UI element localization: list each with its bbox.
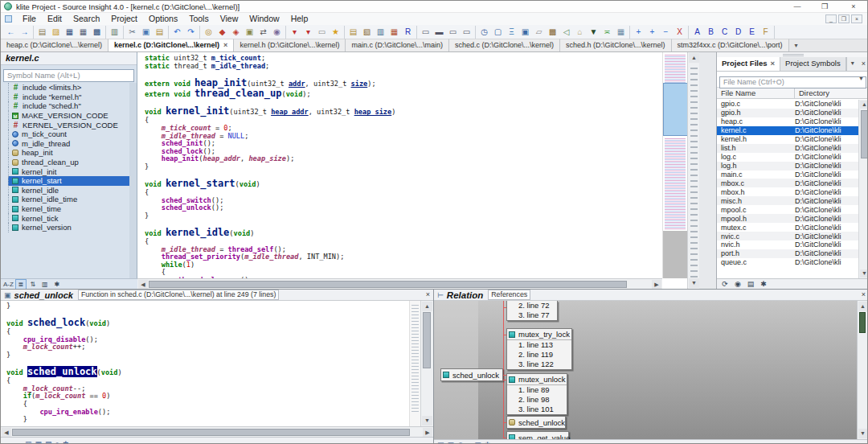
file-row[interactable]: log.cD:\GitClone\kli [717,153,859,162]
symbol-list-scrollbar[interactable] [129,83,137,278]
select-frame-icon[interactable]: ▢ [491,26,505,38]
menu-item-window[interactable]: Window [244,13,285,25]
refresh-icon[interactable]: ▣ [437,441,444,444]
file-row[interactable]: list.hD:\GitClone\kli [717,144,859,153]
menu-item-tools[interactable]: Tools [183,13,215,25]
menu-item-project[interactable]: Project [105,13,143,25]
style-c-icon[interactable]: C [718,26,731,38]
symbol-item[interactable]: kernel_tick [8,213,129,223]
copy-icon[interactable]: ▣ [139,26,153,38]
symbol-search-input[interactable] [3,69,134,82]
editor-tab-kernel.h[interactable]: kernel.h (D:\GitClone\...\kernel) [234,39,346,51]
menu-item-search[interactable]: Search [68,13,105,25]
menu-item-edit[interactable]: Edit [42,13,68,25]
scroll-down-arrow[interactable]: ▼ [858,429,867,438]
code-editor[interactable]: static uint32_t m_tick_count;static thre… [137,52,662,278]
panel-splitter[interactable] [699,52,716,289]
indent-less-icon[interactable]: − [659,26,673,38]
bookmark-set-icon[interactable]: ▾ [288,26,301,38]
file-row[interactable]: kernel.cD:\GitClone\kli [717,126,859,135]
lock-icon[interactable]: ▩ [448,441,455,444]
scroll-up-arrow[interactable]: ▲ [689,53,699,63]
relation-node[interactable]: mutex_try_lock1. line 1132. line 1193. l… [506,328,572,370]
scroll-down-arrow[interactable]: ▼ [860,269,868,278]
symbols-icon[interactable]: ▩ [45,440,52,444]
reference-book-icon[interactable]: ▥ [40,280,50,289]
file-row[interactable]: gpio.hD:\GitClone\kli [717,109,859,117]
close-icon[interactable]: × [858,57,868,71]
close-button[interactable]: × [840,1,867,13]
symbol-item[interactable]: thread_clean_up [8,158,129,167]
open-file-icon[interactable]: ▨ [49,26,63,38]
book-icon[interactable]: ▦ [35,440,43,444]
relation-line-ref[interactable]: 1. line 89 [507,385,567,395]
editor-tab-stm32f4xx.c[interactable]: stm32f4xx.c (D:\GitClone\...\port) [672,39,789,51]
symbol-item[interactable]: m_tick_count [8,130,129,139]
relation-line-ref[interactable]: 3. line 101 [507,405,567,414]
editor-tab-sched.c[interactable]: sched.c (D:\GitClone\...\kernel) [449,39,560,51]
favorites-icon[interactable]: ★ [329,26,342,38]
scroll-up-arrow[interactable]: ▲ [860,101,868,109]
preview-vertical-scrollbar[interactable]: ▲ ▼ [420,301,433,426]
file-row[interactable]: port.hD:\GitClone\kli [717,249,859,258]
mdi-minimize-button[interactable]: _ [825,14,837,23]
file-row[interactable]: kernel.hD:\GitClone\kli [717,135,859,144]
symbol-item[interactable]: kernel_start [8,176,129,186]
style-d-icon[interactable]: D [731,26,745,38]
file-row[interactable]: gpio.cD:\GitClone\kli [717,100,859,109]
file-row[interactable]: mbox.hD:\GitClone\kli [717,187,859,196]
search-files-icon[interactable]: ▣ [243,26,256,38]
symbol-item[interactable]: MMAKE_VERSION_CODE [8,111,129,121]
back-icon[interactable]: ← [4,440,11,444]
style-f-icon[interactable]: F [759,26,772,38]
browse-project-icon[interactable]: ◉ [733,280,743,289]
relation-mode-badge[interactable]: References [488,290,530,300]
replace-icon[interactable]: ⇄ [256,26,270,38]
undo-icon[interactable]: ↶ [170,26,184,38]
preview-code[interactable]: } void sched_lock(void){ cpu_irq_disable… [1,301,409,426]
forward-icon[interactable]: → [18,26,31,38]
group-by-type-icon[interactable]: ⇅ [28,280,38,289]
new-file-icon[interactable]: ▤ [35,26,49,38]
relation-node[interactable]: sem_get_value [506,431,569,439]
symbol-item[interactable]: heap_init [8,148,129,158]
editor-minimap[interactable] [662,52,687,278]
style-e-icon[interactable]: E [745,26,759,38]
file-row[interactable]: queue.cD:\GitClone\kli [717,258,859,267]
back-icon[interactable]: ← [4,26,18,38]
minimap-viewport[interactable] [663,83,688,136]
list-view-icon[interactable]: ≣ [16,280,26,289]
preview-horizontal-scrollbar[interactable]: ◀ ▶ [1,426,433,437]
file-row[interactable]: nvic.hD:\GitClone\kli [717,240,859,249]
cut-icon[interactable]: ✂ [125,26,139,38]
symbol-item[interactable]: kernel_version [8,223,129,232]
preview-minimap[interactable] [409,301,420,426]
menu-item-options[interactable]: Options [143,13,183,25]
source-view-icon[interactable]: ▣ [518,26,532,38]
markup-icon[interactable]: ▩ [546,26,559,38]
window-horizontal-icon[interactable]: ▭ [446,26,460,38]
browse-icon[interactable]: ◉ [270,26,284,38]
gear-icon[interactable]: ✱ [63,440,69,444]
sort-alpha-icon[interactable]: A-Z [3,280,14,289]
file-row[interactable]: mpool.hD:\GitClone\kli [717,214,859,223]
scroll-right-arrow[interactable]: ▶ [652,280,661,289]
scroll-up-arrow[interactable]: ▲ [858,302,867,311]
symbol-item[interactable]: kernel_time [8,204,129,214]
scroll-up-arrow[interactable]: ▲ [422,302,432,311]
scroll-down-arrow[interactable]: ▼ [422,416,432,426]
search-forward-icon[interactable]: ◆ [215,26,229,38]
window-cascade-icon[interactable]: ▭ [460,26,473,38]
compare-icon[interactable]: ≍ [600,26,614,38]
tab-close-icon[interactable]: × [223,41,227,49]
relation-graph-icon[interactable]: Ξ [505,26,518,38]
gear-icon[interactable]: ✱ [485,441,491,444]
zoom-icon[interactable]: ◎ [457,441,464,444]
search-backward-icon[interactable]: ◈ [229,26,243,38]
relation-vertical-scrollbar[interactable]: ▲ ▼ [857,301,868,439]
print-icon[interactable]: ▥ [108,26,121,38]
scroll-left-arrow[interactable]: ◀ [138,280,148,289]
symbol-item[interactable]: #include <limits.h> [8,83,129,92]
chevron-down-icon[interactable]: ▾ [846,57,858,71]
lock-context-icon[interactable]: ◷ [477,26,491,38]
